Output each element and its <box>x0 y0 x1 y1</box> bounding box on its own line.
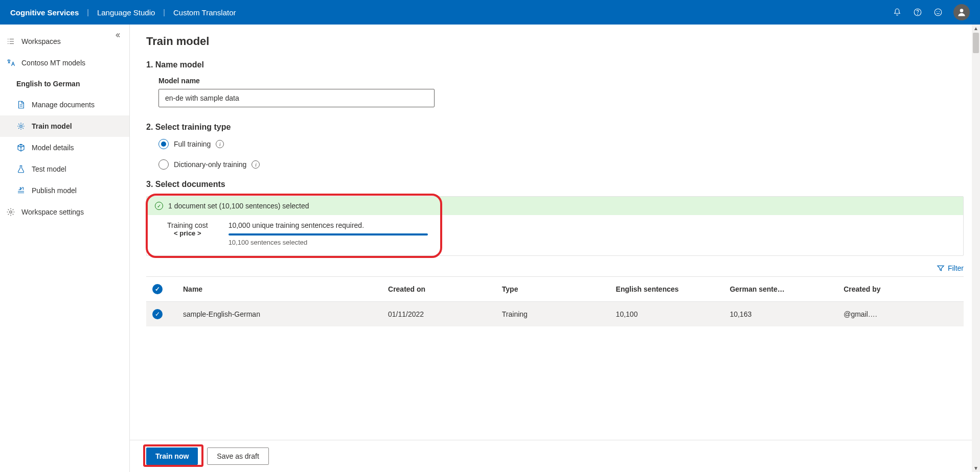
top-header: Cognitive Services | Language Studio | C… <box>0 0 980 25</box>
cube-icon <box>16 143 26 152</box>
svg-point-2 <box>935 9 942 16</box>
vertical-scrollbar[interactable]: ▲ ▼ <box>972 25 980 472</box>
sidebar-item-workspace[interactable]: Contoso MT models <box>0 52 129 74</box>
training-cost-price: < price > <box>167 229 208 237</box>
selection-summary-header: 1 document set (10,100 sentences) select… <box>147 197 963 215</box>
publish-icon <box>16 186 26 195</box>
step1-heading: 1. Name model <box>146 60 964 69</box>
train-icon <box>16 122 26 131</box>
sidebar-item-test-model[interactable]: Test model <box>0 158 129 180</box>
sentences-required: 10,000 unique training sentences require… <box>229 221 428 229</box>
selection-summary-text: 1 document set (10,100 sentences) select… <box>168 202 309 210</box>
cell-created-by: @gmail…. <box>844 310 958 318</box>
sentences-selected: 10,100 sentences selected <box>229 239 428 246</box>
svg-point-5 <box>960 9 964 12</box>
svg-point-6 <box>20 125 22 128</box>
th-name[interactable]: Name <box>183 285 388 293</box>
project-name-label: English to German <box>16 80 80 88</box>
documents-table: ✓ Name Created on Type English sentences… <box>146 276 964 326</box>
radio-full-training[interactable]: Full training i <box>158 139 964 149</box>
th-german-sentences[interactable]: German sente… <box>730 285 844 293</box>
help-icon[interactable] <box>913 7 923 17</box>
notifications-icon[interactable] <box>892 7 902 17</box>
footer-actions: Train now Save as draft <box>130 440 980 472</box>
manage-documents-label: Manage documents <box>32 101 95 109</box>
scroll-up-arrow[interactable]: ▲ <box>972 26 980 31</box>
radio-full-label: Full training <box>174 140 211 148</box>
radio-dict-label: Dictionary-only training <box>174 160 246 169</box>
list-icon <box>6 37 15 46</box>
selection-summary-box: 1 document set (10,100 sentences) select… <box>146 196 964 256</box>
workspaces-label: Workspaces <box>21 37 61 45</box>
sidebar-item-project[interactable]: English to German <box>0 74 129 94</box>
th-created-on[interactable]: Created on <box>388 285 502 293</box>
th-english-sentences[interactable]: English sentences <box>616 285 730 293</box>
cell-german-sentences: 10,163 <box>730 310 844 318</box>
model-name-label: Model name <box>158 77 964 85</box>
select-all-checkbox[interactable]: ✓ <box>152 284 163 294</box>
gear-icon <box>6 207 15 217</box>
info-icon[interactable]: i <box>252 160 260 169</box>
success-check-icon <box>155 202 163 210</box>
product-link[interactable]: Custom Translator <box>173 8 236 17</box>
main-content: Train model 1. Name model Model name 2. … <box>130 25 980 472</box>
radio-icon <box>158 159 169 170</box>
brand-link[interactable]: Cognitive Services <box>10 8 79 17</box>
training-cost: Training cost < price > <box>167 221 208 246</box>
table-row[interactable]: ✓ sample-English-German 01/11/2022 Train… <box>146 302 964 326</box>
scroll-down-arrow[interactable]: ▼ <box>972 465 980 471</box>
header-breadcrumb: Cognitive Services | Language Studio | C… <box>10 8 236 17</box>
th-created-by[interactable]: Created by <box>844 285 958 293</box>
cell-created-on: 01/11/2022 <box>388 310 502 318</box>
user-avatar[interactable] <box>953 4 970 20</box>
cell-english-sentences: 10,100 <box>616 310 730 318</box>
studio-link[interactable]: Language Studio <box>97 8 155 17</box>
translate-icon <box>6 58 15 67</box>
test-model-label: Test model <box>32 165 66 173</box>
model-details-label: Model details <box>32 144 74 152</box>
sidebar-item-model-details[interactable]: Model details <box>0 137 129 158</box>
page-title: Train model <box>146 35 964 48</box>
radio-dictionary-training[interactable]: Dictionary-only training i <box>158 159 964 170</box>
collapse-sidebar-icon[interactable] <box>114 32 121 40</box>
cell-type: Training <box>502 310 616 318</box>
workspace-name-label: Contoso MT models <box>21 59 85 67</box>
document-icon <box>16 100 26 109</box>
sidebar-item-manage-documents[interactable]: Manage documents <box>0 94 129 115</box>
cell-name: sample-English-German <box>183 310 388 318</box>
svg-point-3 <box>937 11 938 12</box>
radio-icon <box>158 139 169 149</box>
separator: | <box>87 8 89 16</box>
training-progress: 10,000 unique training sentences require… <box>229 221 428 246</box>
sidebar-item-workspace-settings[interactable]: Workspace settings <box>0 201 129 223</box>
table-header: ✓ Name Created on Type English sentences… <box>146 277 964 302</box>
sidebar: Workspaces Contoso MT models English to … <box>0 25 130 472</box>
train-now-button[interactable]: Train now <box>146 447 198 465</box>
feedback-icon[interactable] <box>933 7 943 17</box>
step2-heading: 2. Select training type <box>146 123 964 132</box>
scrollbar-thumb[interactable] <box>973 33 979 53</box>
step3-heading: 3. Select documents <box>146 180 964 189</box>
workspace-settings-label: Workspace settings <box>21 208 84 216</box>
sidebar-item-train-model[interactable]: Train model <box>0 115 129 137</box>
svg-point-1 <box>918 14 918 14</box>
publish-model-label: Publish model <box>32 186 77 195</box>
info-icon[interactable]: i <box>216 140 224 148</box>
header-actions <box>892 4 970 20</box>
th-type[interactable]: Type <box>502 285 616 293</box>
filter-label: Filter <box>948 264 964 272</box>
sidebar-item-workspaces[interactable]: Workspaces <box>0 31 129 52</box>
flask-icon <box>16 164 26 174</box>
model-name-input[interactable] <box>158 89 435 107</box>
row-checkbox[interactable]: ✓ <box>152 309 163 319</box>
sidebar-item-publish-model[interactable]: Publish model <box>0 180 129 201</box>
svg-point-4 <box>939 11 940 12</box>
save-as-draft-button[interactable]: Save as draft <box>207 447 269 465</box>
separator: | <box>163 8 165 16</box>
filter-button[interactable]: Filter <box>937 264 964 272</box>
train-model-label: Train model <box>32 122 72 130</box>
svg-point-7 <box>10 211 12 214</box>
progress-bar <box>229 233 428 235</box>
training-cost-label: Training cost <box>167 221 208 229</box>
